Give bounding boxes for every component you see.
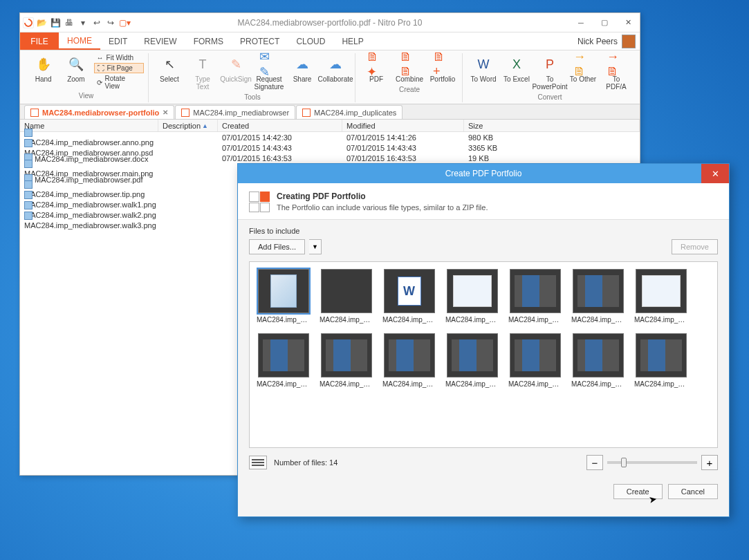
qat-redo-icon[interactable]: ↪ xyxy=(104,17,117,29)
cancel-button[interactable]: Cancel xyxy=(668,484,718,499)
files-to-include-label: Files to include xyxy=(249,227,718,235)
close-tab-icon[interactable]: ✕ xyxy=(163,109,168,116)
thumbnail-label: MAC284.imp_d... xyxy=(382,316,436,324)
file-icon xyxy=(24,201,33,209)
create-button[interactable]: Create xyxy=(613,484,663,499)
group-tools: ↖Select TType Text ✎QuickSign ✉✎Request … xyxy=(150,53,355,102)
col-description[interactable]: Description▲ xyxy=(158,120,218,131)
add-files-dropdown[interactable]: ▼ xyxy=(309,239,322,254)
thumbnail-item[interactable]: MAC284.imp_d... xyxy=(320,333,373,388)
thumbnail-image xyxy=(510,333,561,377)
thumbnail-item[interactable]: MAC284.imp_d... xyxy=(634,333,687,388)
qat-dropdown-icon[interactable]: ▾ xyxy=(77,17,89,29)
qat-undo-icon[interactable]: ↩ xyxy=(91,17,103,29)
qat-print-icon[interactable]: 🖶 xyxy=(63,17,75,29)
sort-asc-icon: ▲ xyxy=(202,122,208,129)
col-modified[interactable]: Modified xyxy=(342,120,464,131)
zoom-button[interactable]: 🔍Zoom xyxy=(61,53,91,84)
group-convert: WTo Word XTo Excel PTo PowerPoint →🗎To O… xyxy=(464,53,636,102)
pdf-button[interactable]: 🗎✦PDF xyxy=(361,53,391,84)
close-button[interactable]: ✕ xyxy=(616,15,640,31)
maximize-button[interactable]: ▢ xyxy=(593,15,616,31)
thumbnail-item[interactable]: MAC284.imp_d... xyxy=(445,269,499,324)
request-signature-button[interactable]: ✉✎Request Signature xyxy=(254,53,284,92)
share-button[interactable]: ☁Share xyxy=(287,53,317,84)
thumbnail-label: MAC284.imp_d... xyxy=(571,316,625,324)
portfolio-icon: 🗎+ xyxy=(433,55,452,74)
user-area[interactable]: Nick Peers xyxy=(577,32,640,50)
tab-help[interactable]: HELP xyxy=(333,32,371,50)
dialog-close-button[interactable]: ✕ xyxy=(701,164,729,183)
thumbnail-label: MAC284.imp_d... xyxy=(508,380,562,388)
thumbnail-item[interactable]: MAC284.imp_d... xyxy=(571,269,625,324)
list-view-toggle[interactable] xyxy=(249,456,267,469)
thumbnail-item[interactable]: MAC284.imp_d... xyxy=(382,333,436,388)
qat-open-icon[interactable]: 📂 xyxy=(35,17,48,29)
tab-protect[interactable]: PROTECT xyxy=(232,32,288,50)
hand-button[interactable]: ✋Hand xyxy=(28,53,58,84)
zoom-out-button[interactable]: − xyxy=(586,455,603,470)
tab-edit[interactable]: EDIT xyxy=(100,32,136,50)
tab-forms[interactable]: FORMS xyxy=(185,32,232,50)
minimize-button[interactable]: ─ xyxy=(569,15,593,31)
to-pdfa-button[interactable]: →🗎To PDF/A xyxy=(601,53,631,92)
doc-tab-2[interactable]: MAC284.imp_duplicates xyxy=(296,105,403,119)
thumbnails-area[interactable]: MAC284.imp_d...MAC284.imp_d...MAC284.imp… xyxy=(249,261,718,448)
ppt-icon: P xyxy=(540,55,560,74)
pdf-icon: 🗎✦ xyxy=(367,55,386,74)
tab-cloud[interactable]: CLOUD xyxy=(288,32,333,50)
other-icon: →🗎 xyxy=(573,55,593,74)
titlebar: 📂 💾 🖶 ▾ ↩ ↪ ▢▾ MAC284.mediabrowser-portf… xyxy=(20,13,640,32)
thumbnail-label: MAC284.imp_d... xyxy=(257,316,310,324)
col-size[interactable]: Size xyxy=(464,120,640,131)
combine-button[interactable]: 🗎🗎Combine xyxy=(394,53,425,84)
doc-tab-0[interactable]: MAC284.mediabrowser-portfolio✕ xyxy=(24,105,174,119)
thumbnail-item[interactable]: MAC284.imp_d... xyxy=(257,269,310,324)
dialog-titlebar[interactable]: Create PDF Portfolio ✕ xyxy=(238,164,729,183)
thumbnail-item[interactable]: MAC284.imp_d... xyxy=(508,333,562,388)
tab-home[interactable]: HOME xyxy=(59,32,100,50)
thumbnail-item[interactable]: MAC284.imp_d... xyxy=(634,269,687,324)
type-text-button[interactable]: TType Text xyxy=(187,53,218,92)
thumbnail-item[interactable]: MAC284.imp_d... xyxy=(445,333,499,388)
dialog-heading: Creating PDF Portfolio xyxy=(277,192,488,201)
thumbnail-image xyxy=(321,333,372,377)
qat-save-icon[interactable]: 💾 xyxy=(49,17,62,29)
col-created[interactable]: Created xyxy=(218,120,342,131)
add-files-button[interactable]: Add Files... xyxy=(249,239,305,254)
tab-review[interactable]: REVIEW xyxy=(136,32,185,50)
thumbnail-item[interactable]: MAC284.imp_d... xyxy=(320,269,373,324)
qat-arrange-icon[interactable]: ▢▾ xyxy=(118,17,131,29)
slider-knob[interactable] xyxy=(621,458,627,467)
doc-tab-1[interactable]: MAC284.imp_mediabrowser xyxy=(175,105,295,119)
window-title: MAC284.mediabrowser-portfolio.pdf - Nitr… xyxy=(238,18,423,28)
to-other-button[interactable]: →🗎To Other xyxy=(568,53,598,84)
file-icon xyxy=(24,160,33,168)
dialog-title: Create PDF Portfolio xyxy=(445,169,522,178)
thumbnail-item[interactable]: MAC284.imp_d... xyxy=(382,269,436,324)
fit-width-button[interactable]: ↔Fit Width xyxy=(94,53,144,62)
zoom-in-button[interactable]: + xyxy=(701,455,718,470)
collaborate-icon: ☁ xyxy=(326,55,345,74)
zoom-slider[interactable] xyxy=(607,461,697,464)
portfolio-button[interactable]: 🗎+Portfolio xyxy=(427,53,458,84)
pdf-file-icon xyxy=(30,109,39,117)
document-tabs: MAC284.mediabrowser-portfolio✕ MAC284.im… xyxy=(20,104,640,120)
quicksign-button[interactable]: ✎QuickSign xyxy=(221,53,251,84)
to-excel-button[interactable]: XTo Excel xyxy=(501,53,532,84)
fit-page-button[interactable]: ⛶Fit Page xyxy=(94,63,144,73)
file-row[interactable]: MAC284.imp_mediabrowser.anno.psd07/01/20… xyxy=(20,142,640,153)
thumbnail-item[interactable]: MAC284.imp_d... xyxy=(508,269,562,324)
rotate-view-button[interactable]: ⟳Rotate View xyxy=(94,74,144,91)
select-button[interactable]: ↖Select xyxy=(154,53,185,84)
to-word-button[interactable]: WTo Word xyxy=(468,53,499,84)
thumbnail-item[interactable]: MAC284.imp_d... xyxy=(571,333,625,388)
thumbnail-image xyxy=(258,269,309,313)
thumbnail-image xyxy=(384,269,435,313)
thumbnail-image xyxy=(447,269,498,313)
collaborate-button[interactable]: ☁Collaborate xyxy=(320,53,351,84)
remove-button[interactable]: Remove xyxy=(672,239,718,254)
file-tab[interactable]: FILE xyxy=(20,32,59,50)
to-powerpoint-button[interactable]: PTo PowerPoint xyxy=(535,53,565,92)
thumbnail-item[interactable]: MAC284.imp_d... xyxy=(257,333,310,388)
